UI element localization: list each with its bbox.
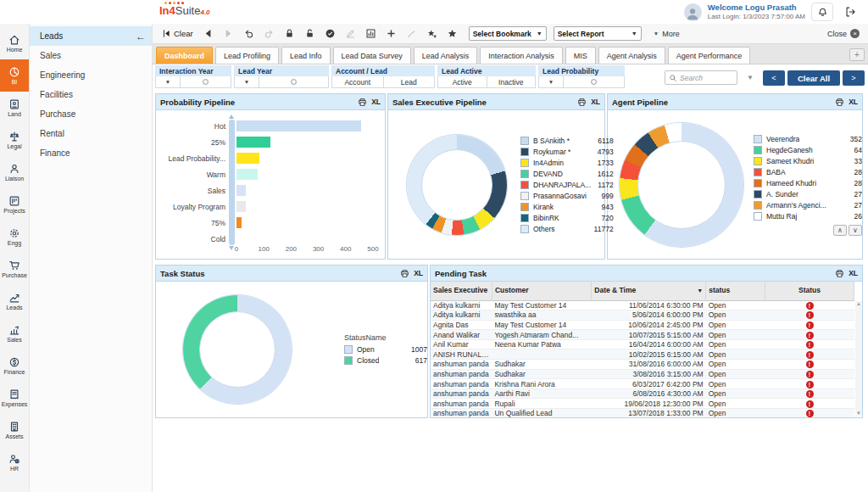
donut-chart[interactable] (407, 135, 507, 235)
legend-item[interactable]: A. Sunder 27 (754, 188, 862, 199)
rail-item-legal[interactable]: Legal (0, 124, 29, 156)
rail-item-projects[interactable]: Projects (0, 188, 29, 221)
column-header-status-lc[interactable]: status (706, 282, 765, 300)
filter-reset[interactable] (259, 76, 329, 88)
legend-item[interactable]: Sameet Khudri 33 (754, 155, 862, 166)
star-add-button[interactable] (423, 25, 442, 42)
search-dropdown-icon[interactable]: ▼ (740, 74, 760, 81)
unlock-button[interactable] (301, 25, 320, 42)
table-row[interactable]: anshuman panda Un Qualified Lead 13/07/2… (431, 409, 854, 417)
table-row[interactable]: Aditya kulkarni May Test Customer 14 11/… (431, 300, 854, 310)
table-row[interactable]: anshuman panda Rupali 19/06/2018 12:30:0… (431, 399, 854, 409)
filter-dropdown[interactable]: ▼ (234, 76, 259, 88)
table-row[interactable]: ANISH RUNALDO- 10/02/2015 6:15:00 AM Ope… (431, 349, 854, 360)
sidebar-item-rental[interactable]: Rental (30, 124, 152, 143)
legend-item[interactable]: HegdeGanesh 64 (754, 144, 862, 155)
legend-item[interactable]: Hameed Khudri 28 (754, 177, 862, 188)
filter-dropdown[interactable]: ▼ (538, 76, 564, 88)
bar-chart-button[interactable] (362, 25, 381, 42)
legend-item[interactable]: DEVAND 1612 (520, 168, 614, 179)
check-circle-button[interactable] (321, 25, 340, 42)
column-header-status[interactable]: Status (765, 282, 854, 300)
legend-item[interactable]: DHANRAJPALA... 1172 (520, 179, 614, 190)
filter-reset[interactable] (181, 76, 231, 88)
tab-lead-profiling[interactable]: Lead Profiling (215, 47, 279, 64)
excel-export-button[interactable]: XL (849, 98, 858, 106)
legend-item[interactable]: Open 1007 (344, 344, 427, 355)
prev-button[interactable]: < (763, 70, 785, 86)
rail-item-finance[interactable]: Finance (0, 349, 29, 382)
sidebar-item-sales[interactable]: Sales (30, 46, 152, 65)
redo-button[interactable] (260, 25, 279, 42)
bar-0[interactable] (236, 120, 361, 131)
legend-item[interactable]: Closed 617 (344, 355, 427, 366)
category-scrollbar[interactable] (229, 120, 235, 245)
wand-button[interactable] (403, 25, 421, 42)
print-icon[interactable] (835, 269, 844, 278)
forward-button[interactable] (220, 25, 238, 42)
excel-export-button[interactable]: XL (849, 269, 858, 277)
avatar[interactable] (684, 3, 702, 21)
legend-item[interactable]: PrasannaGosavi 999 (520, 190, 614, 201)
tab-lead-info[interactable]: Lead Info (281, 47, 331, 64)
sidebar-item-finance[interactable]: Finance (30, 143, 152, 163)
tab-interaction-analysis[interactable]: Interaction Analysis (480, 47, 563, 64)
column-header-sales-executive[interactable]: Sales Executive (431, 282, 492, 300)
filter-option-account[interactable]: Account (331, 76, 384, 88)
bar-3[interactable] (236, 169, 258, 180)
legend-item[interactable]: Armann's Agenci... 27 (754, 199, 862, 210)
tab-lead-analysis[interactable]: Lead Analysis (414, 47, 478, 64)
tab-agent-performance[interactable]: Agent Performance (668, 47, 751, 64)
table-row[interactable]: Agnita Das May Test Customer 14 10/06/20… (431, 320, 854, 330)
table-row[interactable]: anshuman panda Sudhakar 31/08/2016 6:00:… (431, 360, 854, 370)
more-menu[interactable]: ▼ More (654, 30, 680, 38)
rail-item-engg[interactable]: Engg (0, 221, 29, 253)
rail-item-home[interactable]: Home (0, 27, 29, 59)
excel-export-button[interactable]: XL (414, 269, 423, 277)
rail-item-bi[interactable]: BI (0, 59, 29, 92)
table-row[interactable]: Anil Kumar Neena Kumar Patwa 16/04/2014 … (431, 339, 854, 349)
bar-2[interactable] (236, 153, 259, 164)
filter-option-active[interactable]: Active (437, 76, 487, 88)
filter-option-lead[interactable]: Lead (384, 76, 436, 88)
tab-mis[interactable]: MIS (565, 47, 596, 64)
column-header-date-time[interactable]: Date & Time▼ (592, 282, 706, 300)
next-button[interactable]: > (843, 70, 865, 86)
sidebar-item-leads-active[interactable]: Leads ← (30, 26, 152, 46)
print-icon[interactable] (358, 98, 367, 107)
table-row[interactable]: anshuman panda Aarthi Ravi 6/08/2016 4:3… (431, 389, 854, 399)
sidebar-item-facilities[interactable]: Facilities (30, 85, 152, 104)
rail-item-sales[interactable]: Sales (0, 317, 29, 349)
lock-button[interactable] (281, 25, 299, 42)
bar-4[interactable] (236, 185, 246, 196)
rail-item-expenses[interactable]: Expenses (0, 382, 29, 414)
donut-chart[interactable] (620, 123, 743, 247)
bar-1[interactable] (236, 137, 270, 148)
search-input[interactable]: Search (665, 70, 737, 85)
tab-agent-analysis[interactable]: Agent Analysis (598, 47, 665, 64)
collapse-arrow-icon[interactable]: ← (136, 31, 146, 42)
legend-item[interactable]: B SAnkith * 6118 (520, 135, 614, 146)
clear-all-button[interactable]: Clear All (787, 70, 840, 86)
rail-item-land[interactable]: Land (0, 92, 29, 124)
sidebar-item-engineering[interactable]: Engineering (30, 65, 152, 85)
legend-item[interactable]: Veerendra 352 (754, 133, 862, 144)
legend-item[interactable]: Kirank 943 (520, 201, 614, 212)
legend-item[interactable]: BibinRK 720 (520, 212, 614, 223)
bookmark-select[interactable]: Select Bookmark ▼ (469, 26, 547, 41)
tab-lead-data-survey[interactable]: Lead Data Survey (333, 47, 411, 64)
rail-item-assets[interactable]: Assets (0, 414, 29, 446)
report-select[interactable]: Select Report ▼ (554, 26, 642, 41)
bar-6[interactable] (236, 217, 242, 228)
rail-item-leads[interactable]: Leads (0, 285, 29, 317)
table-scrollbar[interactable]: ▲▼ (855, 301, 862, 416)
print-icon[interactable] (835, 98, 844, 107)
filter-dropdown[interactable]: ▼ (155, 76, 181, 88)
close-button[interactable]: Close × (827, 29, 863, 38)
table-row[interactable]: Anand Walikar Yogesh Atmaram Chand... 10… (431, 330, 854, 340)
table-row[interactable]: anshuman panda Sudhakar 3/08/2016 3:15:0… (431, 369, 854, 379)
legend-scroll-up-button[interactable]: ∧ (833, 225, 847, 236)
donut-chart[interactable] (183, 295, 292, 404)
rail-item-purchase[interactable]: Purchase (0, 253, 29, 285)
print-icon[interactable] (400, 269, 409, 278)
